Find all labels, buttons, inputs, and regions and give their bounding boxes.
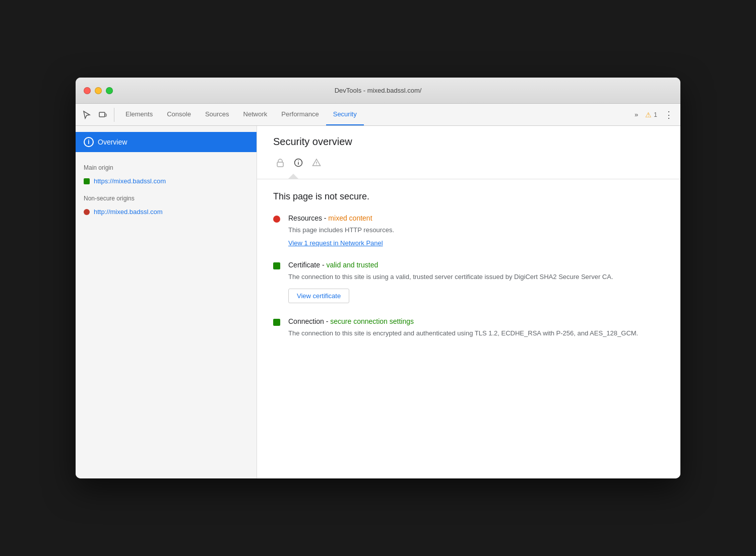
close-button[interactable] [84,87,91,94]
main-content: i Overview Main origin https://mixed.bad… [76,126,680,478]
non-secure-section: Non-secure origins http://mixed.badssl.c… [76,191,257,222]
info-icon[interactable] [291,156,305,170]
tab-network[interactable]: Network [236,104,275,125]
main-origin-item[interactable]: https://mixed.badssl.com [84,175,248,187]
main-origin-url[interactable]: https://mixed.badssl.com [94,177,166,185]
connection-item: Connection - secure connection settings … [273,317,664,342]
red-circle-indicator [273,216,280,223]
tab-security[interactable]: Security [326,104,364,125]
certificate-content: Certificate - valid and trusted The conn… [288,261,664,304]
certificate-item: Certificate - valid and trusted The conn… [273,261,664,304]
more-tabs-button[interactable]: » [632,108,641,122]
connection-status-text: secure connection settings [330,317,414,325]
connection-title-prefix: Connection - [288,317,330,325]
title-bar: DevTools - mixed.badssl.com/ [76,78,680,104]
certificate-title-prefix: Certificate - [288,261,326,269]
certificate-status-text: valid and trusted [326,261,378,269]
overview-label: Overview [98,138,127,146]
tab-sources[interactable]: Sources [198,104,236,125]
toolbar-icon-group [80,108,114,122]
svg-rect-2 [277,162,283,167]
connection-title: Connection - secure connection settings [288,317,664,325]
main-origin-title: Main origin [84,164,248,171]
info-circle-icon: i [84,137,94,147]
sidebar-overview-item[interactable]: i Overview [76,132,257,152]
svg-point-5 [298,161,299,162]
page-status-title: This page is not secure. [273,191,664,202]
minimize-button[interactable] [95,87,102,94]
warning-count: 1 [654,111,657,118]
tab-console[interactable]: Console [160,104,198,125]
security-icons-row [273,156,664,174]
svg-point-7 [316,164,317,165]
red-dot-icon [84,209,90,215]
green-square-conn-indicator [273,319,280,326]
active-tab-arrow [288,174,298,179]
content-panel: Security overview [257,126,680,478]
resources-status-text: mixed content [328,214,372,222]
resources-content: Resources - mixed content This page incl… [288,214,664,247]
traffic-lights [84,87,113,94]
resources-title-prefix: Resources - [288,214,328,222]
toolbar-tabs: Elements Console Sources Network Perform… [118,104,632,125]
svg-rect-0 [99,112,105,117]
svg-rect-1 [105,114,106,116]
connection-content: Connection - secure connection settings … [288,317,664,342]
resources-item: Resources - mixed content This page incl… [273,214,664,247]
non-secure-url[interactable]: http://mixed.badssl.com [94,208,163,216]
cursor-icon[interactable] [80,108,94,122]
view-network-panel-link[interactable]: View 1 request in Network Panel [288,239,664,247]
security-overview-title: Security overview [273,136,664,148]
tab-performance[interactable]: Performance [274,104,326,125]
non-secure-title: Non-secure origins [84,195,248,202]
view-certificate-button[interactable]: View certificate [288,289,349,303]
toolbar: Elements Console Sources Network Perform… [76,104,680,126]
connection-description: The connection to this site is encrypted… [288,328,664,338]
content-body: This page is not secure. Resources - mix… [257,179,680,369]
menu-button[interactable]: ⋮ [661,107,676,122]
resources-description: This page includes HTTP resources. [288,225,664,235]
tab-elements[interactable]: Elements [118,104,160,125]
certificate-description: The connection to this site is using a v… [288,272,664,282]
green-square-cert-indicator [273,262,280,269]
non-secure-origin-item[interactable]: http://mixed.badssl.com [84,206,248,218]
certificate-title: Certificate - valid and trusted [288,261,664,269]
device-toggle-icon[interactable] [96,108,110,122]
resources-title: Resources - mixed content [288,214,664,222]
green-dot-icon [84,178,90,184]
warning-icon: ⚠ [645,111,652,119]
lock-icon[interactable] [273,156,287,170]
main-origin-section: Main origin https://mixed.badssl.com [76,160,257,191]
maximize-button[interactable] [106,87,113,94]
window-title: DevTools - mixed.badssl.com/ [335,87,422,94]
warning-triangle-icon[interactable] [309,156,324,170]
toolbar-right: » ⚠ 1 ⋮ [632,107,676,122]
devtools-window: DevTools - mixed.badssl.com/ Elements Co [76,78,680,478]
warning-badge[interactable]: ⚠ 1 [645,111,657,119]
security-header: Security overview [257,126,680,179]
sidebar: i Overview Main origin https://mixed.bad… [76,126,257,478]
